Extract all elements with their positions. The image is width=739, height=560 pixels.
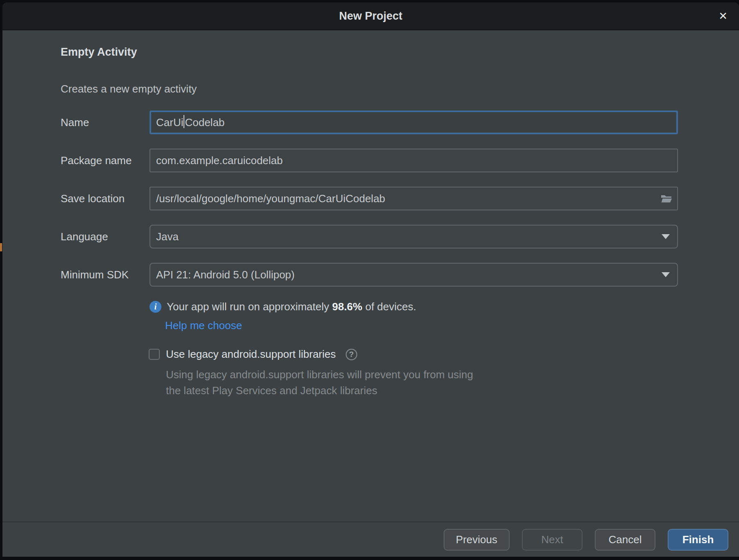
legacy-support-row: Use legacy android.support libraries ?	[149, 348, 357, 361]
coverage-text-after: of devices.	[362, 300, 416, 313]
close-icon[interactable]: ✕	[719, 11, 728, 21]
dialog-titlebar[interactable]: New Project ✕	[2, 2, 739, 30]
sdk-coverage-text: Your app will run on approximately 98.6%…	[167, 300, 416, 313]
next-button[interactable]: Next	[522, 529, 583, 551]
save-location-input[interactable]: /usr/local/google/home/youngmac/CarUiCod…	[150, 187, 678, 210]
cancel-button[interactable]: Cancel	[595, 529, 655, 551]
package-name-label: Package name	[61, 154, 150, 167]
legacy-description-line2: the latest Play Services and Jetpack lib…	[166, 383, 473, 399]
background-window-sliver	[0, 243, 2, 251]
package-name-value: com.example.caruicodelab	[156, 154, 283, 167]
help-icon[interactable]: ?	[346, 349, 357, 360]
open-folder-icon[interactable]	[661, 194, 672, 203]
activity-heading: Empty Activity	[61, 46, 137, 59]
text-cursor	[184, 115, 184, 128]
name-value-before-cursor: CarUi	[156, 116, 183, 129]
minimum-sdk-value: API 21: Android 5.0 (Lollipop)	[156, 269, 295, 281]
name-input[interactable]: CarUiCodelab	[150, 111, 678, 134]
dialog-title: New Project	[339, 10, 403, 23]
save-location-label: Save location	[61, 192, 150, 205]
minimum-sdk-select[interactable]: API 21: Android 5.0 (Lollipop)	[150, 263, 678, 287]
chevron-down-icon	[662, 234, 670, 239]
language-value: Java	[156, 230, 179, 243]
package-name-input[interactable]: com.example.caruicodelab	[150, 149, 678, 172]
legacy-checkbox-label[interactable]: Use legacy android.support libraries	[166, 348, 336, 361]
legacy-description: Using legacy android.support libraries w…	[166, 367, 473, 399]
previous-button[interactable]: Previous	[444, 529, 510, 551]
finish-button[interactable]: Finish	[668, 529, 728, 551]
minimum-sdk-row: Minimum SDK API 21: Android 5.0 (Lollipo…	[61, 263, 678, 287]
device-percent: 98.6%	[332, 300, 363, 313]
name-value-after-cursor: Codelab	[185, 116, 224, 129]
help-me-choose-link[interactable]: Help me choose	[165, 319, 242, 332]
legacy-checkbox[interactable]	[149, 349, 160, 360]
sdk-coverage-row: i Your app will run on approximately 98.…	[150, 300, 416, 313]
activity-subheading: Creates a new empty activity	[61, 83, 197, 95]
package-name-row: Package name com.example.caruicodelab	[61, 149, 678, 172]
dialog-footer: Previous Next Cancel Finish	[2, 522, 739, 557]
new-project-dialog: New Project ✕ Empty Activity Creates a n…	[2, 2, 739, 557]
dialog-body: Empty Activity Creates a new empty activ…	[2, 30, 739, 522]
chevron-down-icon	[662, 272, 670, 277]
save-location-row: Save location /usr/local/google/home/you…	[61, 187, 678, 210]
minimum-sdk-label: Minimum SDK	[61, 269, 150, 281]
language-label: Language	[61, 230, 150, 243]
legacy-description-line1: Using legacy android.support libraries w…	[166, 367, 473, 383]
coverage-text-before: Your app will run on approximately	[167, 300, 332, 313]
save-location-value: /usr/local/google/home/youngmac/CarUiCod…	[156, 192, 385, 205]
language-row: Language Java	[61, 225, 678, 248]
name-row: Name CarUiCodelab	[61, 111, 678, 134]
language-select[interactable]: Java	[150, 225, 678, 248]
info-icon: i	[150, 301, 161, 313]
name-label: Name	[61, 116, 150, 129]
screen: New Project ✕ Empty Activity Creates a n…	[0, 0, 739, 560]
